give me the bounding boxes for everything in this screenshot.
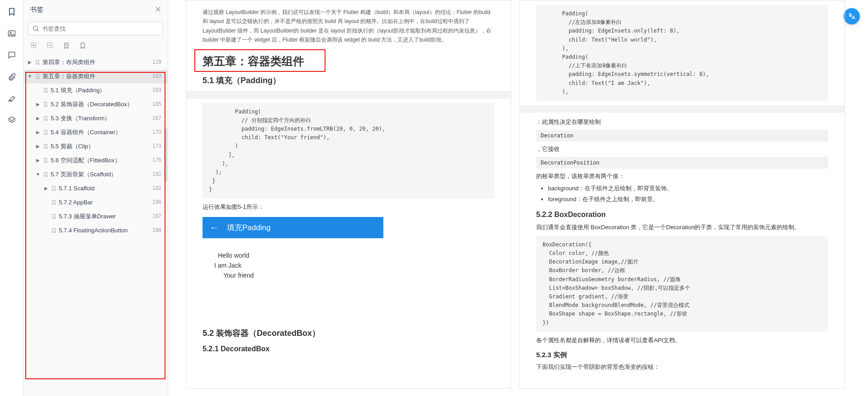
bookmark-icon [42, 100, 49, 109]
caret-icon[interactable]: ▶ [43, 186, 49, 191]
bookmark-icon [51, 226, 57, 235]
bookmark-label: 第五章：容器类组件 [42, 72, 95, 80]
code-right-top: Padding( //左边添加8像素补白 padding: EdgeInsets… [536, 5, 828, 101]
chapter-heading: 第五章：容器类组件 [203, 54, 495, 69]
right-para: 的枚举类型，该枚举类有两个值： [536, 171, 828, 181]
bookmark-page: 186 [152, 199, 161, 205]
bookmark-tools [24, 39, 168, 56]
translate-fab[interactable] [844, 8, 860, 24]
bookmark-item[interactable]: 5.7.4 FloatingActionButton188 [24, 224, 168, 238]
shot-line: Hello world [218, 252, 372, 259]
run-caption: 运行效果如图5-1所示： [203, 202, 495, 212]
caret-icon[interactable]: ▶ [35, 102, 41, 107]
attachment-icon[interactable] [5, 71, 18, 83]
appbar-title: 填充Padding [227, 222, 270, 233]
bookmark-icon [42, 142, 49, 151]
bookmark-page: 163 [152, 87, 161, 93]
bookmark-item[interactable]: ▶5.5 剪裁（Clip）173 [24, 140, 168, 154]
bookmark-label: 5.4 容器组件（Container） [51, 128, 121, 137]
bookmark-icon [42, 170, 49, 179]
bookmark-label: 5.3 变换（Transform） [51, 114, 110, 123]
bookmark-item[interactable]: ▶5.2 装饰容器（DecoratedBox）165 [24, 98, 168, 112]
code-padding: Padding( // 分别指定四个方向的补白 padding: EdgeIns… [203, 103, 495, 199]
caret-icon[interactable]: ▼ [35, 172, 41, 177]
bookmark-item[interactable]: 5.1 填充（Padding）163 [24, 84, 168, 98]
bookmark-label: 5.7 页面骨架（Scaffold） [51, 170, 117, 179]
bookmark-add-icon[interactable] [62, 42, 71, 51]
bookmark-item[interactable]: 5.7.2 AppBar186 [24, 196, 168, 210]
bookmark-item[interactable]: ▶5.6 空间适配（FittedBox）176 [24, 154, 168, 168]
bookmark-label: 5.7.3 抽屉菜单Drawer [59, 212, 116, 221]
back-arrow-icon: ← [210, 222, 219, 233]
bookmark-tree[interactable]: ▶第四章：布局类组件129▼第五章：容器类组件1635.1 填充（Padding… [24, 56, 168, 396]
layers-icon[interactable] [5, 114, 18, 127]
example-body: Hello world I am Jack Your friend [203, 238, 383, 322]
right-para: ：此属性决定在哪里绘制 [536, 117, 828, 127]
caret-icon[interactable]: ▶ [35, 116, 41, 121]
svg-point-1 [10, 32, 11, 33]
bookmark-page: 182 [152, 171, 161, 177]
enum-list: background：在子组件之后绘制，即背景装饰。 foreground：在子… [548, 184, 828, 204]
example-appbar: ← 填充Padding [203, 217, 383, 238]
collapse-icon[interactable] [46, 42, 54, 51]
caret-icon[interactable]: ▶ [35, 130, 41, 135]
comment-icon[interactable] [5, 49, 18, 61]
bookmark-icon [51, 198, 57, 207]
bookmark-icon [42, 128, 49, 137]
bookmark-icon[interactable] [5, 5, 18, 18]
bookmark-icon [34, 58, 41, 67]
document-area[interactable]: 通过观察 LayoutBuilder 的示例，我们还可以发现一个关于 Flutt… [168, 0, 868, 396]
bookmark-label: 5.5 剪裁（Clip） [51, 142, 94, 151]
bookmark-item[interactable]: ▶5.4 容器组件（Container）170 [24, 126, 168, 140]
code-chip: Decoration [536, 130, 828, 141]
shot-line: I am Jack [214, 262, 372, 269]
image-icon[interactable] [5, 27, 18, 40]
right-para: ，它接收 [536, 144, 828, 154]
bookmark-icon [42, 86, 49, 95]
page-gap [186, 91, 511, 99]
bookmark-page: 165 [152, 101, 161, 107]
bookmark-item[interactable]: ▶第四章：布局类组件129 [24, 56, 168, 70]
close-icon[interactable]: ✕ [155, 5, 161, 14]
bookmark-page: 176 [152, 157, 161, 163]
list-item: foreground：在子组件之上绘制，即前景。 [548, 195, 828, 204]
svg-point-2 [33, 26, 38, 30]
bookmark-item[interactable]: ▶5.7.1 Scaffold182 [24, 182, 168, 196]
bookmark-label: 5.7.1 Scaffold [59, 184, 94, 193]
expand-add-icon[interactable] [30, 42, 38, 51]
scrollbar-thumb[interactable] [164, 128, 167, 182]
icon-sidebar [0, 0, 24, 396]
bookmark-page: 187 [152, 213, 161, 219]
bookmark-page: 170 [152, 129, 161, 135]
signature-icon[interactable] [5, 92, 18, 105]
caret-icon[interactable]: ▶ [35, 144, 41, 149]
right-para: 各个属性名都是自解释的，详情读者可以查看API文档。 [536, 335, 828, 345]
bookmark-item[interactable]: ▼5.7 页面骨架（Scaffold）182 [24, 168, 168, 182]
right-para: 下面我们实现一个带阴影的背景色渐变的按钮： [536, 362, 828, 372]
code-chip: DecorationPosition [536, 157, 828, 169]
bookmark-label: 5.7.2 AppBar [59, 198, 93, 207]
bookmark-page: 163 [152, 73, 161, 79]
bookmark-label: 第四章：布局类组件 [42, 58, 95, 66]
caret-icon[interactable]: ▶ [27, 60, 33, 65]
caret-icon[interactable]: ▼ [27, 74, 33, 79]
bookmark-icon [42, 114, 49, 123]
bookmark-page: 182 [152, 185, 161, 191]
bookmark-icon [51, 212, 57, 221]
bookmark-page: 129 [152, 59, 161, 65]
search-input[interactable] [42, 25, 159, 32]
bookmark-search[interactable] [28, 22, 163, 35]
caret-icon[interactable]: ▶ [35, 158, 41, 163]
bookmark-item[interactable]: ▼第五章：容器类组件163 [24, 70, 168, 84]
page-left: 通过观察 LayoutBuilder 的示例，我们还可以发现一个关于 Flutt… [186, 0, 511, 389]
bookmark-item[interactable]: ▶5.3 变换（Transform）167 [24, 112, 168, 126]
bookmark-label: 5.7.4 FloatingActionButton [59, 226, 128, 235]
section-5-2: 5.2 装饰容器（DecoratedBox） [203, 328, 495, 339]
bookmark-label: 5.2 装饰容器（DecoratedBox） [51, 100, 133, 108]
bookmark-item[interactable]: 5.7.3 抽屉菜单Drawer187 [24, 210, 168, 224]
section-5-1: 5.1 填充（Padding） [203, 75, 495, 86]
bookmark-outline-icon[interactable] [79, 42, 87, 51]
bookmark-panel: 书签 ✕ ▶第四章：布局类组件129▼第五章：容器类组件1635.1 填充（Pa… [24, 0, 168, 396]
section-5-2-3: 5.2.3 实例 [536, 351, 828, 359]
bookmark-icon [42, 156, 49, 165]
